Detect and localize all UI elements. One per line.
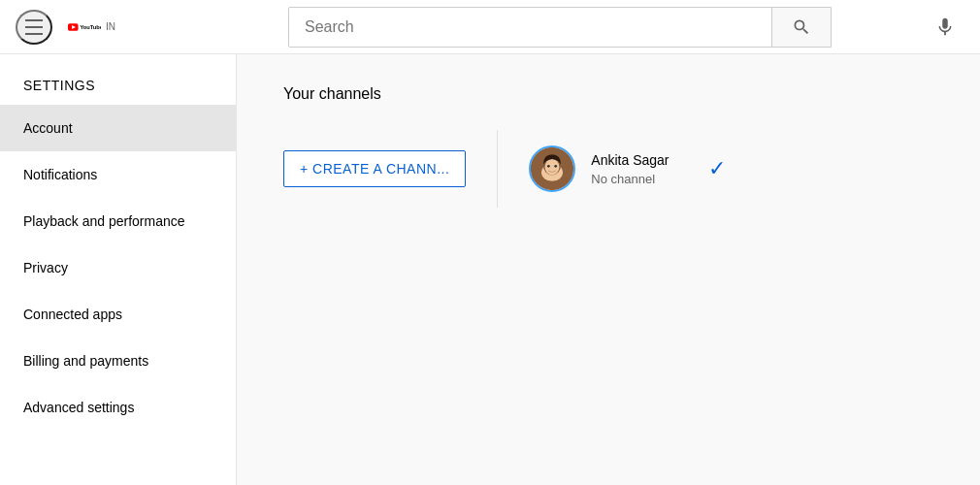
channel-status: No channel [591,172,669,186]
create-channel-button[interactable]: + CREATE A CHANN... [283,150,466,187]
svg-point-6 [545,159,560,176]
search-input[interactable] [289,8,771,47]
sidebar-item-playback[interactable]: Playback and performance [0,198,236,244]
svg-point-7 [547,165,550,168]
header-right [926,8,964,47]
sidebar-item-connected-apps[interactable]: Connected apps [0,291,236,338]
channel-info: Ankita Sagar No channel [591,152,669,186]
sidebar-item-privacy[interactable]: Privacy [0,244,236,291]
mic-icon [934,16,956,38]
search-icon [792,17,811,37]
avatar [529,146,575,192]
channels-container: + CREATE A CHANN... [283,130,933,208]
channel-entry: Ankita Sagar No channel ✓ [529,146,725,192]
menu-button[interactable] [16,10,52,45]
youtube-logo-icon: YouTube [68,16,101,39]
search-button[interactable] [771,8,831,47]
sidebar-item-advanced[interactable]: Advanced settings [0,384,236,431]
svg-text:YouTube: YouTube [80,23,101,29]
channel-divider [497,130,498,208]
sidebar-item-billing[interactable]: Billing and payments [0,338,236,384]
search-bar [288,7,832,48]
avatar-svg [531,146,573,192]
sidebar: SETTINGS Account Notifications Playback … [0,54,237,485]
channel-name: Ankita Sagar [591,152,669,168]
svg-point-8 [555,165,558,168]
main-content: Your channels + CREATE A CHANN... [237,54,980,485]
sidebar-item-notifications[interactable]: Notifications [0,151,236,198]
header: YouTube IN [0,0,980,54]
sidebar-item-account[interactable]: Account [0,105,236,151]
channel-selected-checkmark: ✓ [708,156,726,181]
logo-country: IN [106,21,115,32]
page-title: Your channels [283,85,933,103]
settings-title: SETTINGS [0,54,236,105]
header-left: YouTube IN [16,10,210,45]
logo[interactable]: YouTube IN [68,16,115,39]
header-center [210,7,910,48]
avatar-image [531,147,573,190]
body: SETTINGS Account Notifications Playback … [0,54,980,485]
mic-button[interactable] [926,8,964,47]
